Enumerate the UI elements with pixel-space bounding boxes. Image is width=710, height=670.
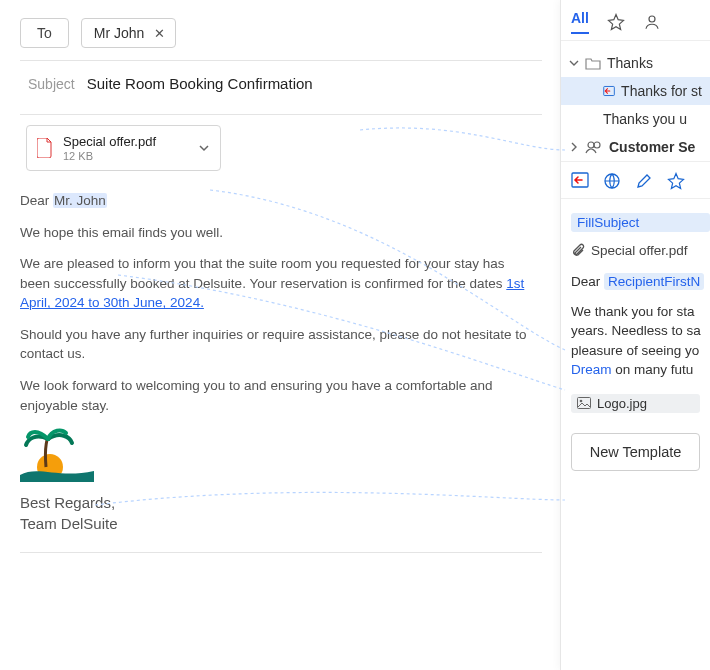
template-preview-link[interactable]: Dream	[571, 362, 612, 377]
chevron-down-icon[interactable]	[198, 142, 210, 154]
recipient-firstname-token[interactable]: RecipientFirstN	[604, 273, 704, 290]
logo-image	[18, 427, 96, 482]
template-label: Thanks for st	[621, 83, 702, 99]
signature-line2: Team DelSuite	[20, 513, 532, 534]
recipient-name: Mr John	[94, 25, 145, 41]
to-button[interactable]: To	[20, 18, 69, 48]
svg-point-1	[649, 16, 655, 22]
body-p1: We hope this email finds you well.	[20, 223, 532, 243]
people-icon	[585, 140, 603, 154]
body-p4: We look forward to welcoming you to and …	[20, 376, 532, 415]
remove-recipient-icon[interactable]: ✕	[154, 26, 165, 41]
greeting-name: Mr. John	[53, 193, 107, 208]
attachment-size: 12 KB	[63, 150, 188, 162]
svg-point-4	[594, 142, 600, 148]
template-attachment[interactable]: Special offer.pdf	[561, 238, 710, 264]
logo-attachment-chip[interactable]: Logo.jpg	[571, 394, 700, 413]
reply-template-icon	[603, 84, 615, 98]
chevron-right-icon	[569, 142, 579, 152]
email-body[interactable]: Dear Mr. John We hope this email finds y…	[20, 191, 542, 534]
templates-sidebar: All Thanks Thanks for st Thanks you u Cu…	[560, 0, 710, 670]
greeting-prefix: Dear	[20, 193, 49, 208]
template-preview-line: years. Needless to sa	[571, 321, 710, 341]
star-icon[interactable]	[607, 13, 625, 31]
person-icon[interactable]	[643, 13, 661, 31]
globe-icon[interactable]	[603, 172, 621, 190]
folder-label: Customer Se	[609, 139, 695, 155]
logo-chip-label: Logo.jpg	[597, 396, 647, 411]
chevron-down-icon	[569, 58, 579, 68]
tab-all[interactable]: All	[571, 10, 589, 34]
body-p3: Should you have any further inquiries or…	[20, 325, 532, 364]
divider	[20, 114, 542, 115]
template-greeting-prefix: Dear	[571, 274, 600, 289]
paperclip-icon	[571, 242, 585, 258]
reply-template-icon[interactable]	[571, 172, 589, 190]
template-preview-line: pleasure of seeing yo	[571, 341, 710, 361]
template-item-selected[interactable]: Thanks for st	[561, 77, 710, 105]
template-preview-line: We thank you for sta	[571, 302, 710, 322]
fill-subject-token[interactable]: FillSubject	[571, 213, 710, 232]
subject-label: Subject	[28, 76, 75, 92]
folder-label: Thanks	[607, 55, 653, 71]
subject-text[interactable]: Suite Room Booking Confirmation	[87, 75, 313, 92]
new-template-button[interactable]: New Template	[571, 433, 700, 471]
recipient-chip[interactable]: Mr John ✕	[81, 18, 177, 48]
attachment-name: Special offer.pdf	[63, 134, 188, 149]
star-icon[interactable]	[667, 172, 685, 190]
svg-rect-7	[578, 398, 591, 409]
template-item[interactable]: Thanks you u	[561, 105, 710, 133]
folder-customer[interactable]: Customer Se	[561, 133, 710, 161]
attachment-chip[interactable]: Special offer.pdf 12 KB	[26, 125, 221, 171]
svg-point-3	[588, 142, 594, 148]
body-p2a: We are pleased to inform you that the su…	[20, 256, 506, 291]
template-preview-line: on many futu	[612, 362, 694, 377]
folder-thanks[interactable]: Thanks	[561, 49, 710, 77]
image-icon	[577, 397, 591, 409]
template-attachment-name: Special offer.pdf	[591, 243, 688, 258]
divider	[20, 552, 542, 553]
folder-icon	[585, 56, 601, 70]
signature-line1: Best Regards,	[20, 492, 532, 513]
pdf-icon	[37, 138, 53, 158]
svg-point-8	[580, 400, 583, 403]
pencil-icon[interactable]	[635, 172, 653, 190]
template-label: Thanks you u	[603, 111, 687, 127]
